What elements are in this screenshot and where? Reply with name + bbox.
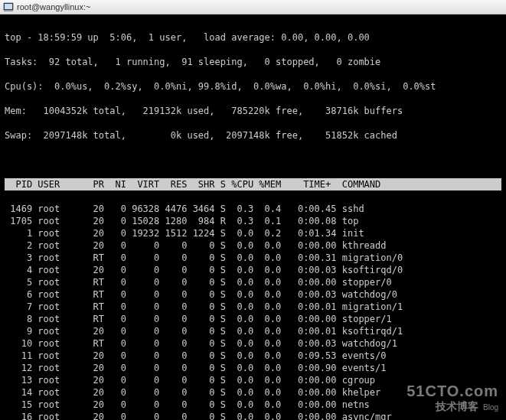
window-title: root@wangyllinux:~ <box>17 2 90 11</box>
top-mem-line: Mem: 1004352k total, 219132k used, 78522… <box>5 105 501 117</box>
terminal-output[interactable]: top - 18:59:59 up 5:06, 1 user, load ave… <box>0 15 506 420</box>
blank-line <box>5 154 501 166</box>
svg-rect-2 <box>4 10 13 11</box>
process-row: 2 root 20 0 0 0 0 S 0.0 0.0 0:00.00 kthr… <box>5 239 501 252</box>
process-row: 8 root RT 0 0 0 0 S 0.0 0.0 0:00.00 stop… <box>5 313 501 325</box>
process-row: 7 root RT 0 0 0 0 S 0.0 0.0 0:00.01 migr… <box>5 301 501 313</box>
process-row: 4 root 20 0 0 0 0 S 0.0 0.0 0:00.03 ksof… <box>5 264 501 276</box>
putty-icon <box>3 2 14 12</box>
svg-rect-1 <box>5 4 12 9</box>
process-row: 12 root 20 0 0 0 0 S 0.0 0.0 0:00.90 eve… <box>5 362 501 374</box>
process-row: 9 root 20 0 0 0 0 S 0.0 0.0 0:00.01 ksof… <box>5 325 501 337</box>
process-row: 6 root RT 0 0 0 0 S 0.0 0.0 0:00.03 watc… <box>5 288 501 301</box>
top-tasks-line: Tasks: 92 total, 1 running, 91 sleeping,… <box>5 56 501 68</box>
window-titlebar: root@wangyllinux:~ <box>0 0 506 15</box>
process-row: 11 root 20 0 0 0 0 S 0.0 0.0 0:09.53 eve… <box>5 350 501 362</box>
process-row: 3 root RT 0 0 0 0 S 0.0 0.0 0:00.31 migr… <box>5 252 501 264</box>
top-column-header: PID USER PR NI VIRT RES SHR S %CPU %MEM … <box>5 178 501 190</box>
process-row: 16 root 20 0 0 0 0 S 0.0 0.0 0:00.00 asy… <box>5 411 501 420</box>
process-row: 10 root RT 0 0 0 0 S 0.0 0.0 0:00.03 wat… <box>5 337 501 350</box>
process-row: 13 root 20 0 0 0 0 S 0.0 0.0 0:00.00 cgr… <box>5 374 501 386</box>
top-cpu-line: Cpu(s): 0.0%us, 0.2%sy, 0.0%ni, 99.8%id,… <box>5 80 501 93</box>
process-row: 14 root 20 0 0 0 0 S 0.0 0.0 0:00.00 khe… <box>5 386 501 399</box>
process-row: 5 root RT 0 0 0 0 S 0.0 0.0 0:00.00 stop… <box>5 276 501 288</box>
process-row: 1705 root 20 0 15028 1280 984 R 0.3 0.1 … <box>5 215 501 227</box>
process-row: 1 root 20 0 19232 1512 1224 S 0.0 0.2 0:… <box>5 227 501 239</box>
top-summary-line: top - 18:59:59 up 5:06, 1 user, load ave… <box>5 31 501 44</box>
top-swap-line: Swap: 2097148k total, 0k used, 2097148k … <box>5 129 501 142</box>
process-row: 1469 root 20 0 96328 4476 3464 S 0.3 0.4… <box>5 203 501 215</box>
process-list: 1469 root 20 0 96328 4476 3464 S 0.3 0.4… <box>5 203 501 420</box>
process-row: 15 root 20 0 0 0 0 S 0.0 0.0 0:00.00 net… <box>5 399 501 411</box>
